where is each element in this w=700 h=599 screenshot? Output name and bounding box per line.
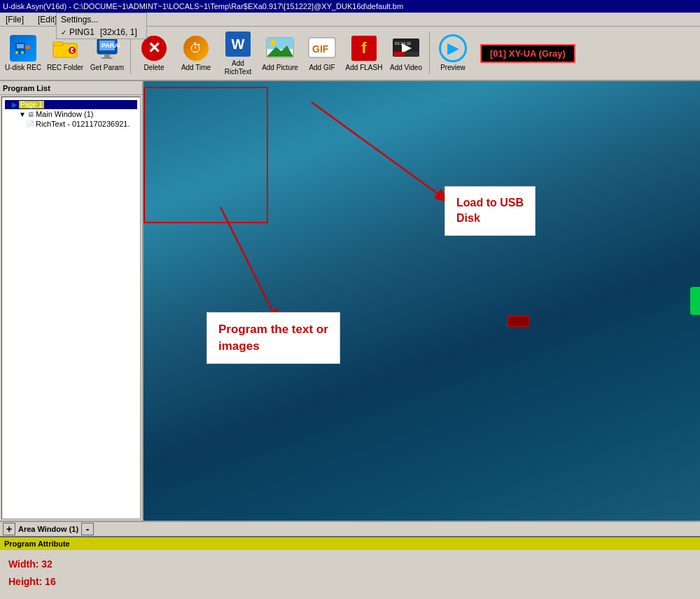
add-time-button[interactable]: ⏱ Add Time [176,29,216,78]
svg-line-30 [220,207,280,326]
add-flash-icon: f [350,34,378,62]
add-time-icon: ⏱ [182,34,210,62]
usb-svg [13,38,33,58]
attr-width-value: 32 [41,558,52,570]
attr-panel: Program Attribute Width: 32 Height: 16 [0,536,700,599]
svg-rect-10 [71,48,72,52]
add-video-icon: 03:24.32 [392,34,420,62]
program-list-header: Program List [0,81,142,95]
preview-icon: ▶ [439,34,467,62]
attr-content: Width: 32 Height: 16 [0,550,700,596]
svg-rect-13 [104,55,110,57]
area-window-label: Area Window (1) [18,525,78,533]
attr-header: Program Attribute [0,537,700,550]
get-param-label: Get Param [90,64,124,72]
attr-width-row: Width: 32 [8,556,692,573]
add-video-button[interactable]: 03:24.32 Add Video [386,29,426,78]
page-expand-icon: ▶ [12,101,18,108]
add-picture-label: Add Picture [262,64,298,72]
svg-text:PARAM: PARAM [102,42,120,49]
title-bar: U-disk Asyn(V16d) - C:\DOCUME~1\ADMINT~1… [0,0,700,13]
add-flash-button[interactable]: f Add FLASH [344,29,384,78]
annotation-arrows [144,81,700,521]
check-icon: ✓ [61,29,66,36]
svg-text:GIF: GIF [312,43,329,55]
canvas-area[interactable]: Load to USBDisk Program the text orimage… [144,81,700,521]
add-gif-label: Add GIF [309,64,335,72]
svg-line-29 [312,102,451,204]
rec-folder-label: REC Folder [47,64,83,72]
svg-rect-1 [17,44,24,48]
settings-label: Settings... [61,15,98,24]
settings-item[interactable]: Settings... [57,13,146,26]
add-gif-icon: GIF [308,34,336,62]
add-flash-label: Add FLASH [346,64,383,72]
add-time-label: Add Time [181,64,211,72]
preview-label: Preview [440,64,465,72]
svg-rect-6 [53,42,63,45]
menu-bar: [File] [Edit] [Control] Settings... ✓ PI… [0,13,700,27]
add-richtext-label: Add RichText [218,59,258,76]
add-area-button[interactable]: + [3,523,15,535]
ping1-value: [32x16, 1] [100,27,137,37]
add-picture-button[interactable]: Add Picture [260,29,300,78]
attr-width-label: Width: [8,558,41,570]
svg-rect-26 [393,52,405,56]
title-text: U-disk Asyn(V16d) - C:\DOCUME~1\ADMINT~1… [3,2,403,10]
add-picture-icon [266,34,294,62]
svg-point-19 [270,40,276,45]
bottom-toolbar: + Area Window (1) - [0,521,700,536]
separator-2 [429,32,430,74]
preview-button[interactable]: ▶ Preview [433,29,473,78]
richtext-label: RichText - 0121170236921. [36,120,130,128]
add-gif-button[interactable]: GIF Add GIF [302,29,342,78]
tree-item-richtext[interactable]: 📄 RichText - 0121170236921. [5,119,137,129]
menu-file[interactable]: [File] [3,13,27,26]
attr-height-label: Height: [8,576,45,587]
add-richtext-icon: W [224,30,252,58]
svg-point-4 [21,51,24,54]
tree-item-page1[interactable]: ▶ Page 1 [5,100,137,109]
callout-usb: Load to USBDisk [444,186,536,236]
svg-rect-2 [25,45,30,49]
scroll-right-indicator [690,287,700,315]
svg-rect-14 [102,57,113,59]
attr-height-row: Height: 16 [8,573,692,591]
main-window-label: Main Window (1) [36,110,94,118]
tree-item-main-window[interactable]: ▼ 🖥 Main Window (1) [5,109,137,119]
tree-container[interactable]: ▶ Page 1 ▼ 🖥 Main Window (1) 📄 RichText … [1,97,141,519]
canvas-element-richtext[interactable] [507,316,530,327]
remove-area-button[interactable]: - [81,523,94,535]
left-panel: Program List ▶ Page 1 ▼ 🖥 Main Window (1… [0,81,144,521]
callout-program: Program the text orimages [206,312,340,364]
selection-box [144,87,268,223]
device-label: [01] XY-UA (Gray) [480,44,575,63]
ping1-item[interactable]: ✓ PING1 [32x16, 1] [57,26,146,38]
add-video-label: Add Video [390,64,422,72]
callout-usb-text: Load to USBDisk [456,197,524,224]
control-dropdown: Settings... ✓ PING1 [32x16, 1] [56,13,147,39]
callout-program-text: Program the text orimages [218,323,328,353]
attr-height-value: 16 [45,576,56,587]
canvas-background: Load to USBDisk Program the text orimage… [144,81,700,521]
add-richtext-button[interactable]: W Add RichText [218,29,258,78]
svg-point-3 [15,51,18,54]
delete-label: Delete [144,64,164,72]
main-layout: Program List ▶ Page 1 ▼ 🖥 Main Window (1… [0,81,700,521]
udisk-rec-button[interactable]: U-disk REC [3,29,43,78]
udisk-rec-icon [9,34,37,62]
page1-badge: Page 1 [19,101,44,108]
ping1-label: PING1 [69,27,94,37]
udisk-rec-label: U-disk REC [5,64,41,72]
